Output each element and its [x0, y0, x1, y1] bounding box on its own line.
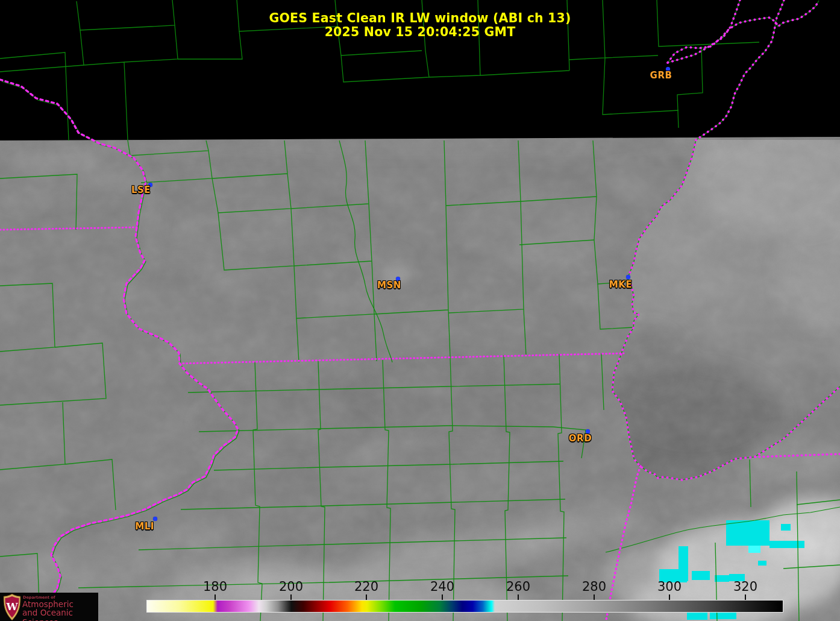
- product-title-line2: 2025 Nov 15 20:04:25 GMT: [0, 25, 840, 39]
- station-dot: [153, 517, 157, 521]
- colorbar-tick-label: 180: [203, 579, 227, 594]
- colorbar-tick-label: 240: [430, 579, 454, 594]
- crest-monogram: W: [5, 601, 18, 613]
- station-label: MKE: [609, 279, 632, 290]
- colorbar-tick-label: 280: [582, 579, 606, 594]
- uw-crest-icon: W: [3, 593, 21, 621]
- station-dot: [626, 275, 630, 279]
- colorbar-tick-mark: [745, 594, 746, 600]
- colorbar-gradient: [146, 600, 783, 613]
- logo-name-line2: and Oceanic Sciences: [22, 608, 98, 621]
- station-label: ORD: [569, 433, 592, 444]
- colorbar-tick-label: 200: [279, 579, 303, 594]
- colorbar-tick-mark: [215, 594, 216, 600]
- pixel-grain-noise: [0, 133, 840, 621]
- colorbar-tick-mark: [290, 594, 292, 600]
- colorbar-tick-label: 300: [657, 579, 682, 594]
- uw-aos-logo: W Department of Atmospheric and Oceanic …: [0, 593, 98, 621]
- station-label: LSE: [131, 184, 151, 195]
- colorbar-tick-mark: [366, 594, 367, 600]
- colorbar-tick-label: 260: [506, 579, 530, 594]
- satellite-image-viewer: GOES East Clean IR LW window (ABI ch 13)…: [0, 0, 840, 621]
- satellite-map-canvas: [0, 0, 840, 621]
- colorbar-tick-mark: [518, 594, 519, 600]
- colorbar-tick-mark: [442, 594, 443, 600]
- product-title-line1: GOES East Clean IR LW window (ABI ch 13): [0, 11, 840, 25]
- colorbar-tick-mark: [594, 594, 595, 600]
- colorbar-tick-mark: [669, 594, 670, 600]
- station-label: MLI: [135, 521, 154, 532]
- station-label: MSN: [377, 280, 401, 291]
- colorbar-tick-label: 220: [354, 579, 378, 594]
- station-label: GRB: [650, 70, 672, 81]
- product-title: GOES East Clean IR LW window (ABI ch 13)…: [0, 11, 840, 39]
- colorbar-tick-label: 320: [733, 579, 757, 594]
- ir-imagery-layer: [0, 130, 840, 621]
